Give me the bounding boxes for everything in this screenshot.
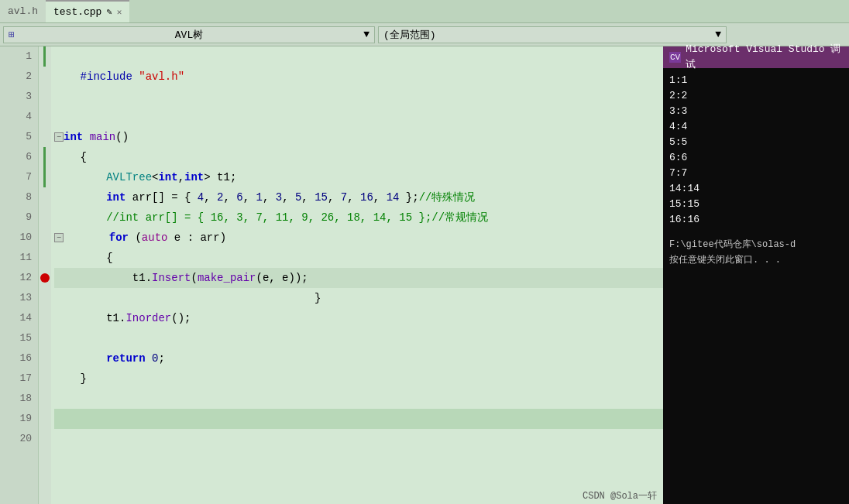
global-scope-label: (全局范围) xyxy=(383,28,436,42)
code-lines[interactable]: #include "avl.h" − int main () xyxy=(51,46,663,504)
ln-8: 8 xyxy=(0,187,32,207)
code-line-5: − int main () xyxy=(54,127,663,147)
tab-modified-icon: ✎ xyxy=(106,6,112,18)
code-line-11: { xyxy=(54,248,663,268)
ln-2: 2 xyxy=(0,67,32,87)
terminal-path: F:\gitee代码仓库\solas-d xyxy=(669,237,843,252)
scope-label: AVL树 xyxy=(175,28,203,42)
bottom-bar: CSDN @Sola一轩 xyxy=(576,488,663,504)
terminal-title-bar: CV Microsoft Visual Studio 调试 xyxy=(663,46,849,68)
tab-test-cpp[interactable]: test.cpp ✎ ✕ xyxy=(46,0,129,22)
code-line-9: //int arr[] = { 16, 3, 7, 11, 9, 26, 18,… xyxy=(54,207,663,228)
terminal-content: 1:1 2:2 3:3 4:4 5:5 6:6 7:7 14:14 15:15 … xyxy=(663,68,849,504)
terminal-line-6: 6:6 xyxy=(669,150,843,166)
ln-13: 13 xyxy=(0,288,32,308)
credit-label: CSDN @Sola一轩 xyxy=(583,491,657,502)
code-line-15 xyxy=(54,328,663,348)
ln-10: 10 xyxy=(0,228,32,248)
ln-1: 1 xyxy=(0,46,32,67)
global-scope-arrow: ▼ xyxy=(715,29,721,40)
terminal-prompt: 按任意键关闭此窗口. . . xyxy=(669,252,843,268)
terminal-line-5: 5:5 xyxy=(669,135,843,150)
ln-7: 7 xyxy=(0,167,32,187)
breakpoint-icon[interactable] xyxy=(40,273,50,283)
terminal-line-4: 4:4 xyxy=(669,119,843,135)
scope-icon: ⊞ xyxy=(9,29,15,41)
code-line-20 xyxy=(54,429,663,449)
terminal-line-14: 14:14 xyxy=(669,181,843,197)
code-area: 1 2 3 4 5 6 7 8 9 10 11 12 13 14 15 16 1… xyxy=(0,46,663,504)
ln-14: 14 xyxy=(0,308,32,328)
fold-5-icon[interactable]: − xyxy=(54,132,64,142)
ln-12: 12 xyxy=(0,268,32,288)
code-line-6: { xyxy=(54,147,663,167)
ln-19: 19 xyxy=(0,409,32,429)
code-line-3 xyxy=(54,87,663,107)
scope-selector-1[interactable]: ⊞ AVL树 ▼ xyxy=(3,26,375,43)
line-numbers: 1 2 3 4 5 6 7 8 9 10 11 12 13 14 15 16 1… xyxy=(0,46,39,504)
code-line-19 xyxy=(54,409,663,429)
terminal-panel: CV Microsoft Visual Studio 调试 1:1 2:2 3:… xyxy=(663,46,849,504)
ln-17: 17 xyxy=(0,369,32,389)
terminal-line-15: 15:15 xyxy=(669,197,843,212)
tab-bar: avl.h test.cpp ✎ ✕ xyxy=(0,0,849,23)
code-line-14: t1. Inorder (); xyxy=(54,308,663,328)
code-line-18 xyxy=(54,389,663,409)
tab-avl-h[interactable]: avl.h xyxy=(0,0,46,22)
code-line-4 xyxy=(54,107,663,127)
ln-4: 4 xyxy=(0,107,32,127)
scope-dropdown-arrow: ▼ xyxy=(363,29,370,40)
terminal-line-2: 2:2 xyxy=(669,88,843,104)
editor: 1 2 3 4 5 6 7 8 9 10 11 12 13 14 15 16 1… xyxy=(0,46,663,504)
terminal-line-7: 7:7 xyxy=(669,166,843,181)
terminal-line-3: 3:3 xyxy=(669,104,843,119)
tab-test-cpp-label: test.cpp xyxy=(53,6,101,18)
ln-3: 3 xyxy=(0,87,32,107)
terminal-line-16: 16:16 xyxy=(669,212,843,228)
ln-5: 5 xyxy=(0,127,32,147)
tab-close-icon[interactable]: ✕ xyxy=(117,7,122,17)
ln-20: 20 xyxy=(0,429,32,449)
gutter xyxy=(39,46,51,504)
code-line-12: t1. Insert ( make_pair (e, e)); xyxy=(54,268,663,288)
ln-18: 18 xyxy=(0,389,32,409)
code-line-13: } xyxy=(54,288,663,308)
ln-9: 9 xyxy=(0,207,32,228)
terminal-line-1: 1:1 xyxy=(669,73,843,88)
ln-16: 16 xyxy=(0,348,32,369)
ln-6: 6 xyxy=(0,147,32,167)
fold-10-icon[interactable]: − xyxy=(54,233,64,242)
code-line-7: AVLTree < int , int > t1; xyxy=(54,167,663,187)
code-line-2: #include "avl.h" xyxy=(54,67,663,87)
ln-11: 11 xyxy=(0,248,32,268)
code-line-10: − for ( auto e : arr) xyxy=(54,228,663,248)
tab-avl-h-label: avl.h xyxy=(8,5,38,17)
terminal-title-icon: CV xyxy=(669,52,681,63)
code-line-1 xyxy=(54,46,663,67)
code-line-16: return 0 ; xyxy=(54,348,663,369)
code-line-17: } xyxy=(54,369,663,389)
main-area: 1 2 3 4 5 6 7 8 9 10 11 12 13 14 15 16 1… xyxy=(0,46,849,504)
scope-selector-2[interactable]: (全局范围) ▼ xyxy=(378,26,727,43)
ln-15: 15 xyxy=(0,328,32,348)
code-line-8: int arr[] = { 4 , 2 , 6 , 1 , 3 , 5 , 15… xyxy=(54,187,663,207)
